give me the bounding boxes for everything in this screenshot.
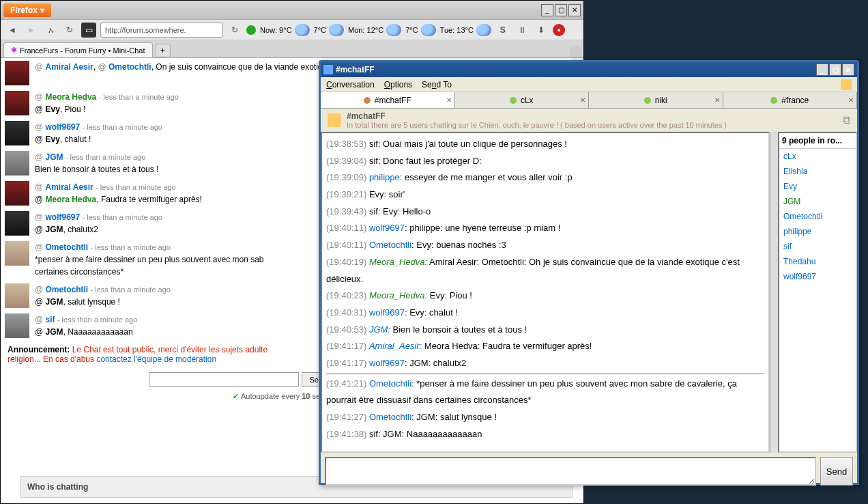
irc-tab[interactable]: niki✕ xyxy=(589,92,723,108)
irc-titlebar[interactable]: #mchatFF _ ▢ ✕ xyxy=(321,62,857,77)
status-dot-icon xyxy=(510,97,517,104)
refresh-icon[interactable]: ↻ xyxy=(62,23,77,38)
irc-user-item[interactable]: Ometochtli xyxy=(779,209,856,224)
irc-user-item[interactable]: philippe xyxy=(779,224,856,239)
irc-user-item[interactable]: Thedahu xyxy=(779,254,856,269)
firefox-tab[interactable]: ✱FranceFurs - Forum Furry • Mini-Chat xyxy=(3,42,153,57)
avatar xyxy=(5,181,29,206)
weather-1: 7°C xyxy=(314,24,344,36)
username-link[interactable]: wolf9697 xyxy=(46,122,81,132)
who-chatting-text: In total there are 6 users chatting sur … xyxy=(1,498,583,503)
reload-button[interactable]: ↻ xyxy=(227,23,242,38)
weather-3: 7°C xyxy=(405,24,435,36)
irc-message-line: (19:41:27) Ometochtli: JGM: salut lynsqu… xyxy=(326,409,764,426)
avatar xyxy=(5,241,29,266)
download-icon[interactable]: ⬇ xyxy=(534,23,549,38)
irc-user-item[interactable]: wolf9697 xyxy=(779,269,856,284)
irc-message-line: (19:41:21) Ometochtli: *penser à me fair… xyxy=(326,376,764,409)
irc-tab[interactable]: #mchatFF✕ xyxy=(321,92,455,108)
tab-close-icon[interactable]: ✕ xyxy=(446,96,452,104)
tab-close-icon[interactable]: ✕ xyxy=(848,96,854,104)
bell-icon[interactable] xyxy=(841,79,852,90)
avatar xyxy=(5,91,29,115)
irc-tabbar: #mchatFF✕cLx✕niki✕#france✕ xyxy=(321,92,857,109)
firefox-toolbar: ◄ ► እ ↻ ▭ http://forum.somewhere. ↻ Now:… xyxy=(1,20,583,40)
close-button[interactable]: ✕ xyxy=(568,4,581,16)
rss-icon[interactable]: እ xyxy=(43,23,58,38)
username-link[interactable]: sif xyxy=(46,315,55,324)
avatar xyxy=(5,151,29,176)
irc-menubar: Conversation Options Send To xyxy=(321,77,857,92)
irc-app-icon xyxy=(323,65,333,74)
irc-message-line: (19:40:53) JGM: Bien le bonsoir à toutes… xyxy=(326,322,764,339)
adblock-icon[interactable]: ● xyxy=(553,24,565,36)
irc-channel-info: #mchatFF In total there are 5 users chat… xyxy=(321,109,857,132)
irc-tab[interactable]: cLx✕ xyxy=(455,92,590,108)
firefox-menu-button[interactable]: Firefox ▾ xyxy=(3,3,51,17)
irc-input-row: Send xyxy=(321,453,857,490)
url-bar[interactable]: http://forum.somewhere. xyxy=(100,23,223,38)
irc-tab[interactable]: #france✕ xyxy=(723,92,858,108)
irc-message-line: (19:41:17) Amiral_Aesir: Meora Hedva: Fa… xyxy=(326,338,764,355)
irc-message-line: (19:39:09) philippe: esseyer de me mange… xyxy=(326,169,764,186)
username-link[interactable]: Ometochtli xyxy=(46,242,89,252)
new-tab-button[interactable]: + xyxy=(156,44,171,57)
weather-now: Now: 9°C xyxy=(260,24,310,36)
irc-user-item[interactable]: sif xyxy=(779,239,856,254)
screen-icon[interactable]: ▭ xyxy=(81,23,96,38)
back-button[interactable]: ◄ xyxy=(5,23,20,38)
irc-user-item[interactable]: cLx xyxy=(779,149,856,164)
cloud-icon xyxy=(295,24,310,36)
avatar xyxy=(5,121,29,145)
chat-input[interactable] xyxy=(149,372,299,387)
irc-send-button[interactable]: Send xyxy=(820,457,853,486)
cloud-icon xyxy=(329,24,344,36)
irc-message-line: (19:40:19) Meora_Hedva: Amiral Aesir: Om… xyxy=(326,254,764,288)
irc-message-line: (19:39:04) sif: Donc faut les protéger D… xyxy=(326,153,764,170)
maximize-button[interactable]: ▢ xyxy=(829,64,841,76)
status-dot-icon xyxy=(644,97,651,104)
irc-message-line: (19:40:23) Meora_Hedva: Evy: Piou ! xyxy=(326,288,764,305)
avatar xyxy=(5,211,29,236)
username-link[interactable]: Meora Hedva xyxy=(46,92,97,102)
avatar xyxy=(5,61,29,85)
cloud-icon xyxy=(476,24,491,36)
cloud-icon xyxy=(421,24,436,36)
tab-groups-icon[interactable] xyxy=(570,46,581,57)
minimize-button[interactable]: _ xyxy=(541,4,553,16)
avatar xyxy=(5,283,29,308)
username-link[interactable]: JGM xyxy=(46,152,63,162)
irc-message-line: (19:39:43) sif: Evy: Hello-o xyxy=(326,204,764,221)
status-dot-icon xyxy=(364,97,371,104)
irc-messages[interactable]: (19:38:53) sif: Ouai mais j'ai toute un … xyxy=(321,132,770,453)
cloud-icon xyxy=(386,24,401,36)
users-resize-handle[interactable] xyxy=(770,132,778,453)
tab-close-icon[interactable]: ✕ xyxy=(714,96,720,104)
sync-icon[interactable]: S xyxy=(495,23,510,38)
username-link[interactable]: Ometochtli xyxy=(46,285,89,294)
irc-user-item[interactable]: Elishia xyxy=(779,164,856,179)
maximize-button[interactable]: ▢ xyxy=(555,4,567,16)
close-button[interactable]: ✕ xyxy=(842,64,854,76)
minimize-button[interactable]: _ xyxy=(816,64,828,76)
moderation-link[interactable]: contactez l'équipe de modération xyxy=(96,354,216,364)
avatar xyxy=(5,313,29,338)
expand-icon[interactable]: ⧉ xyxy=(843,114,850,126)
weather-mon: Mon: 12°C xyxy=(348,24,401,36)
irc-message-line: (19:40:11) wolf9697: philippe: une hyene… xyxy=(326,220,764,237)
irc-user-item[interactable]: JGM xyxy=(779,194,856,209)
irc-message-line: (19:38:53) sif: Ouai mais j'ai toute un … xyxy=(326,136,764,153)
irc-message-input[interactable] xyxy=(325,457,816,486)
weather-tue: Tue: 13°C xyxy=(440,24,491,36)
irc-window: #mchatFF _ ▢ ✕ Conversation Options Send… xyxy=(319,60,859,485)
irc-user-item[interactable]: Evy xyxy=(779,179,856,194)
menu-sendto[interactable]: Send To xyxy=(422,80,452,89)
menu-conversation[interactable]: Conversation xyxy=(326,80,375,89)
tab-close-icon[interactable]: ✕ xyxy=(580,96,585,104)
irc-message-line: (19:41:17) wolf9697: JGM: chalutx2 xyxy=(326,355,764,372)
firefox-titlebar: Firefox ▾ _ ▢ ✕ xyxy=(1,1,583,20)
menu-options[interactable]: Options xyxy=(384,80,412,89)
username-link[interactable]: wolf9697 xyxy=(46,212,81,222)
username-link[interactable]: Amiral Aesir xyxy=(46,182,93,192)
pause-icon[interactable]: ⏸ xyxy=(515,23,530,38)
